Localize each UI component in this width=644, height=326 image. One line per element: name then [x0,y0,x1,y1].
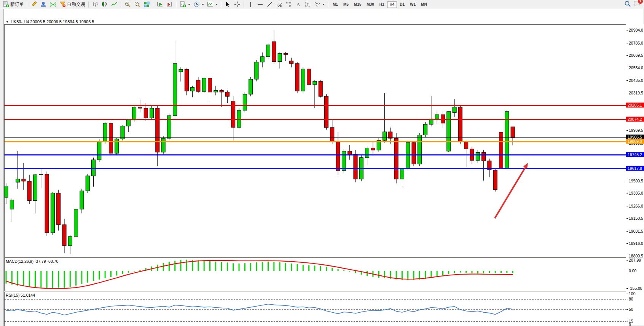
chart-title-bar[interactable]: ▼ HK50-,H4 20006.5 20006.5 19834.5 19906… [6,19,94,24]
horizontal-line-icon [257,1,263,8]
price-tag-19869.0: 19869.0 [626,139,644,144]
signals-button[interactable] [48,1,58,8]
fibonacci-button[interactable]: F [284,1,293,8]
timeframe-button-h4[interactable]: H4 [387,1,397,8]
chart-window: ▼ HK50-,H4 20006.5 20006.5 19834.5 19906… [0,9,644,326]
timeframe-button-m15[interactable]: M15 [351,1,364,8]
main-chart-panel[interactable] [4,24,626,257]
trend-line-icon [266,1,273,8]
periods-icon [193,1,200,8]
auto-scroll-icon [157,1,163,8]
horizontal-line-button[interactable] [255,1,265,8]
channel-icon: E [276,1,282,8]
price-axis-tick: 19969.5 [629,128,643,133]
crosshair-button[interactable] [233,1,242,8]
toolbar-right-group: 1 [624,0,643,9]
crosshair-icon [234,1,241,8]
dropdown-caret-icon[interactable] [215,4,218,5]
toolbar-separator [176,2,177,8]
price-axis-tick: 19500.5 [629,179,643,183]
macd-label: MACD(12,26,9) -37.79 -68.70 [6,259,58,264]
tile-windows-button[interactable] [142,1,151,8]
price-axis-tick: 19266.0 [629,204,643,208]
pencil-icon [31,1,37,8]
autotrading-button[interactable]: 自动交易 [58,1,87,8]
periods-button[interactable] [192,1,206,8]
pencil-button[interactable] [29,1,39,8]
autotrading-icon [59,1,66,8]
dropdown-caret-icon[interactable] [322,4,325,5]
new-order-button[interactable]: 新订单 [1,1,26,8]
price-axis-tick: 20554.0 [629,66,643,70]
candlestick-chart-button[interactable] [100,1,110,8]
rsi-panel-divider[interactable] [0,291,644,292]
templates-icon [207,1,214,8]
trend-line-button[interactable] [265,1,274,8]
price-axis-tick: 20435.0 [629,78,643,83]
notifications-button[interactable]: 1 [633,0,641,8]
zoom-in-button[interactable] [123,1,132,8]
toolbar-separator [153,2,154,8]
line-chart-button[interactable] [110,1,119,8]
text-button[interactable]: A [293,1,303,8]
text-icon: A [295,1,301,8]
rsi-chart-canvas[interactable] [5,292,626,326]
text-label-icon: T [304,1,311,8]
zoom-out-button[interactable] [132,1,142,8]
toolbar-separator [121,2,121,8]
chart-title-text: HK50-,H4 20006.5 20006.5 19834.5 19906.5 [11,19,94,24]
toolbar-separator [88,2,89,8]
shapes-button[interactable] [312,1,326,8]
toolbar-separator [244,2,244,8]
rsi-axis-tick: 100 [629,291,636,296]
macd-panel[interactable] [4,257,626,291]
timeframe-button-mn[interactable]: MN [418,1,430,8]
dropdown-caret-icon[interactable] [188,4,190,5]
mt4-terminal: { "toolbar": { "groups": [ {"items":[{"n… [0,0,644,326]
cursor-icon [225,1,231,8]
rsi-axis-tick: 0 [629,323,631,326]
timeframe-button-w1[interactable]: W1 [407,1,418,8]
equidistant-channel-button[interactable]: E [274,1,284,8]
macd-chart-canvas[interactable] [5,258,626,291]
price-axis[interactable]: 20904.020785.020669.520554.020435.020319… [626,24,644,326]
profile-button[interactable] [39,1,48,8]
cursor-button[interactable] [223,1,233,8]
timeframe-button-d1[interactable]: D1 [397,1,407,8]
timeframe-button-m1[interactable]: M1 [330,1,341,8]
new-order-button-label: 新订单 [10,1,24,8]
timeframe-button-m5[interactable]: M5 [341,1,351,8]
timeframe-button-m30[interactable]: M30 [364,1,376,8]
tile-windows-icon [143,1,150,8]
auto-scroll-button[interactable] [155,1,165,8]
templates-button[interactable] [206,1,219,8]
text-label-button[interactable]: T [303,1,312,8]
price-tag-19617.8: 19617.8 [626,166,644,171]
macd-panel-divider[interactable] [0,257,644,257]
svg-text:A: A [296,2,300,7]
price-axis-tick: 20904.0 [629,28,643,32]
chart-dropdown-icon[interactable]: ▼ [6,20,9,24]
price-axis-tick: 20785.0 [629,41,643,45]
dropdown-caret-icon[interactable] [202,4,204,5]
price-axis-tick: 18916.0 [629,241,643,246]
vertical-line-button[interactable] [246,1,255,8]
bar-chart-button[interactable] [91,1,100,8]
indicators-button[interactable] [178,1,192,8]
zoom-out-icon [134,1,140,8]
trend-arrow-annotation[interactable] [495,163,528,218]
candlestick-chart-canvas[interactable] [5,25,626,257]
chart-shift-button[interactable] [165,1,174,8]
profile-icon [40,1,47,8]
search-icon[interactable] [624,0,631,9]
price-axis-tick: 19150.5 [629,216,643,221]
macd-axis-tick: 207.99 [629,258,641,262]
svg-text:T: T [307,3,309,7]
timeframe-button-h1[interactable]: H1 [377,1,387,8]
rsi-panel[interactable] [4,292,626,326]
macd-axis-tick: -355.08 [629,286,642,291]
new-order-icon [3,1,9,8]
indicators-icon [180,1,186,8]
candlestick-chart-icon [102,1,108,8]
notifications-badge: 1 [638,0,643,4]
